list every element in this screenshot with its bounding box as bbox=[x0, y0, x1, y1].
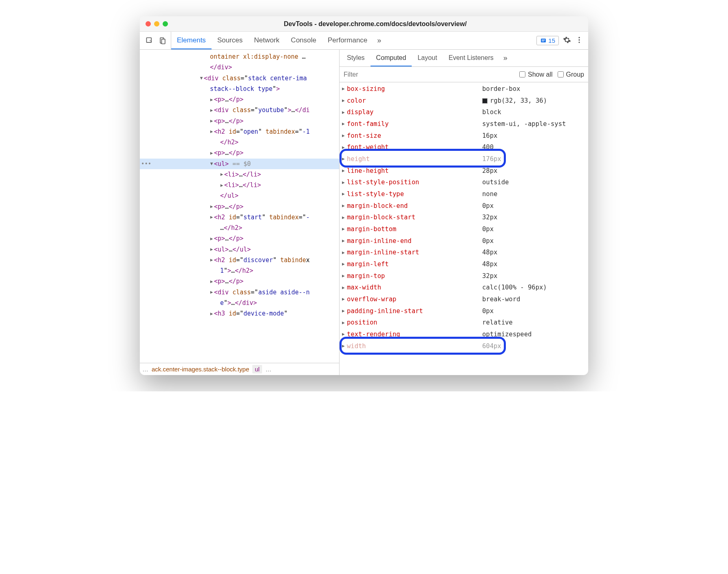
computed-property[interactable]: margin-left48px bbox=[340, 258, 588, 270]
dom-node[interactable]: <h2 id="start" tabindex="- bbox=[140, 212, 339, 223]
caret-icon[interactable] bbox=[209, 235, 214, 243]
dom-node[interactable]: 1">…</h2> bbox=[140, 265, 339, 276]
dom-node[interactable]: <p>…</p> bbox=[140, 116, 339, 126]
caret-icon[interactable] bbox=[342, 225, 347, 233]
dom-node[interactable]: e">…</div> bbox=[140, 298, 339, 308]
caret-icon[interactable] bbox=[342, 237, 347, 245]
caret-icon[interactable] bbox=[209, 310, 214, 318]
caret-icon[interactable] bbox=[342, 97, 347, 105]
dom-node[interactable]: <div class="youtube">…</di bbox=[140, 105, 339, 115]
settings-icon[interactable] bbox=[563, 36, 571, 46]
computed-property[interactable]: margin-inline-end0px bbox=[340, 235, 588, 247]
caret-icon[interactable] bbox=[209, 117, 214, 125]
caret-icon[interactable] bbox=[342, 167, 347, 175]
caret-icon[interactable] bbox=[209, 213, 214, 221]
caret-icon[interactable] bbox=[209, 96, 214, 104]
caret-icon[interactable] bbox=[342, 214, 347, 222]
caret-icon[interactable] bbox=[342, 120, 347, 128]
computed-property[interactable]: list-style-positionoutside bbox=[340, 177, 588, 188]
dom-node[interactable]: <li>…</li> bbox=[140, 169, 339, 180]
dom-node[interactable]: …</h2> bbox=[140, 223, 339, 233]
minimize-icon[interactable] bbox=[154, 21, 159, 26]
side-tab-styles[interactable]: Styles bbox=[341, 50, 371, 66]
computed-property[interactable]: margin-top32px bbox=[340, 270, 588, 282]
caret-icon[interactable] bbox=[209, 160, 214, 168]
computed-property[interactable]: font-weight400 bbox=[340, 141, 588, 153]
computed-property[interactable]: padding-inline-start0px bbox=[340, 305, 588, 317]
caret-icon[interactable] bbox=[209, 256, 214, 264]
computed-property[interactable]: margin-block-end0px bbox=[340, 200, 588, 212]
computed-property[interactable]: margin-block-start32px bbox=[340, 212, 588, 223]
caret-icon[interactable] bbox=[342, 190, 347, 198]
computed-styles[interactable]: box-sizingborder-boxcolorrgb(32, 33, 36)… bbox=[340, 82, 588, 375]
side-tabs-overflow-icon[interactable]: » bbox=[499, 54, 512, 62]
caret-icon[interactable] bbox=[219, 170, 224, 178]
inspect-icon[interactable] bbox=[144, 35, 155, 46]
computed-property[interactable]: max-widthcalc(100% - 96px) bbox=[340, 282, 588, 294]
close-icon[interactable] bbox=[146, 21, 151, 26]
device-toggle-icon[interactable] bbox=[157, 35, 168, 46]
zoom-icon[interactable] bbox=[163, 21, 168, 26]
dom-node[interactable]: <p>…</p> bbox=[140, 94, 339, 105]
caret-icon[interactable] bbox=[342, 179, 347, 187]
filter-input[interactable] bbox=[344, 71, 514, 78]
dom-node[interactable]: <h2 id="open" tabindex="-1 bbox=[140, 126, 339, 137]
side-tab-event-listeners[interactable]: Event Listeners bbox=[443, 50, 499, 66]
caret-icon[interactable] bbox=[342, 307, 347, 315]
caret-icon[interactable] bbox=[209, 128, 214, 135]
caret-icon[interactable] bbox=[342, 132, 347, 140]
dom-node[interactable]: <div class="stack center-ima bbox=[140, 73, 339, 84]
dom-node[interactable]: ••• <ul> == $0 bbox=[140, 159, 339, 169]
computed-property[interactable]: font-familysystem-ui, -apple-syst bbox=[340, 118, 588, 130]
dom-node[interactable]: <h2 id="discover" tabindex bbox=[140, 255, 339, 265]
dom-tree[interactable]: ontainer xl:display-none … </div> <div c… bbox=[140, 50, 339, 363]
tabs-overflow-icon[interactable]: » bbox=[373, 36, 385, 45]
caret-icon[interactable] bbox=[342, 319, 347, 327]
tab-elements[interactable]: Elements bbox=[171, 32, 212, 49]
tab-console[interactable]: Console bbox=[285, 32, 322, 49]
computed-property[interactable]: overflow-wrapbreak-word bbox=[340, 294, 588, 305]
caret-icon[interactable] bbox=[342, 330, 347, 338]
caret-icon[interactable] bbox=[342, 295, 347, 303]
caret-icon[interactable] bbox=[342, 284, 347, 292]
dom-node[interactable]: <p>…</p> bbox=[140, 233, 339, 244]
computed-property[interactable]: margin-bottom0px bbox=[340, 223, 588, 235]
caret-icon[interactable] bbox=[342, 155, 347, 163]
caret-icon[interactable] bbox=[342, 202, 347, 210]
computed-property[interactable]: font-size16px bbox=[340, 130, 588, 142]
tab-sources[interactable]: Sources bbox=[212, 32, 248, 49]
caret-icon[interactable] bbox=[342, 272, 347, 280]
tab-performance[interactable]: Performance bbox=[322, 32, 373, 49]
caret-icon[interactable] bbox=[209, 245, 214, 253]
dom-node[interactable]: </ul> bbox=[140, 190, 339, 201]
computed-property[interactable]: text-renderingoptimizespeed bbox=[340, 329, 588, 340]
caret-icon[interactable] bbox=[209, 288, 214, 296]
dom-node[interactable]: </h2> bbox=[140, 137, 339, 148]
dom-node[interactable]: <li>…</li> bbox=[140, 180, 339, 190]
caret-icon[interactable] bbox=[199, 74, 204, 82]
dom-node[interactable]: </div> bbox=[140, 62, 339, 73]
caret-icon[interactable] bbox=[342, 108, 347, 117]
caret-icon[interactable] bbox=[342, 260, 347, 268]
more-icon[interactable] bbox=[575, 36, 583, 46]
dom-node[interactable]: <h3 id="device-mode" bbox=[140, 308, 339, 319]
issues-badge[interactable]: 15 bbox=[536, 36, 559, 45]
dom-node[interactable]: ontainer xl:display-none … bbox=[140, 51, 339, 62]
dom-node[interactable]: <p>…</p> bbox=[140, 201, 339, 212]
computed-property[interactable]: positionrelative bbox=[340, 317, 588, 329]
side-tab-computed[interactable]: Computed bbox=[371, 50, 412, 66]
computed-property[interactable]: displayblock bbox=[340, 106, 588, 118]
breadcrumb[interactable]: … ack.center-images.stack--block.type ul… bbox=[140, 363, 339, 375]
dom-node[interactable]: <p>…</p> bbox=[140, 276, 339, 287]
computed-property[interactable]: line-height28px bbox=[340, 165, 588, 177]
dom-node[interactable]: <div class="aside aside--n bbox=[140, 287, 339, 298]
caret-icon[interactable] bbox=[342, 144, 347, 152]
caret-icon[interactable] bbox=[219, 181, 224, 189]
group-checkbox[interactable]: Group bbox=[558, 71, 584, 78]
computed-property[interactable]: list-style-typenone bbox=[340, 188, 588, 200]
tab-network[interactable]: Network bbox=[248, 32, 285, 49]
side-tab-layout[interactable]: Layout bbox=[412, 50, 443, 66]
breadcrumb-path[interactable]: ack.center-images.stack--block.type bbox=[152, 366, 249, 373]
show-all-checkbox[interactable]: Show all bbox=[519, 71, 552, 78]
caret-icon[interactable] bbox=[209, 278, 214, 285]
